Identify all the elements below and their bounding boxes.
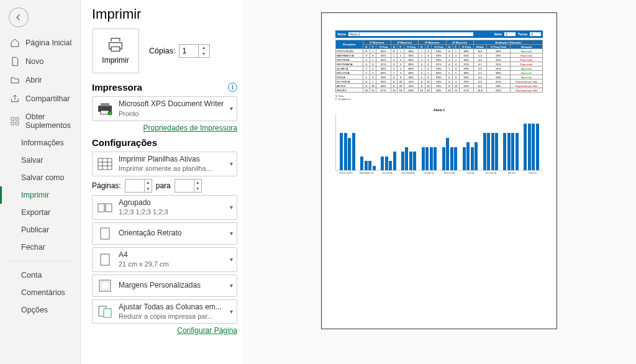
- document-icon: [10, 57, 20, 66]
- copies-spinner[interactable]: ▲▼: [179, 44, 210, 58]
- nav-publish[interactable]: Publicar: [0, 221, 80, 239]
- nav-label: Exportar: [21, 208, 50, 217]
- print-button[interactable]: Imprimir: [92, 29, 139, 73]
- margins-icon: [96, 278, 114, 294]
- back-button[interactable]: [9, 7, 29, 27]
- nav-label: Novo: [25, 57, 43, 66]
- paper-size-selector[interactable]: A421 cm x 29,7 cm ▾: [92, 247, 237, 272]
- svg-rect-8: [98, 158, 112, 170]
- spin-up[interactable]: ▲: [194, 180, 201, 186]
- portrait-icon: [96, 225, 114, 242]
- grades-table: Disciplina1º Bimestre2º Bimestre3º Bimes…: [335, 40, 543, 93]
- chart-title: Aluno 1: [335, 108, 543, 112]
- svg-rect-2: [11, 122, 14, 125]
- sheets-icon: [96, 156, 114, 172]
- chart-area: Aluno 1 PORTUGUÊSMATEMÁTICAHISTÓRIAGEOGR…: [335, 108, 543, 175]
- svg-rect-1: [16, 117, 19, 121]
- opt-line2: Reduzir a cópia impressa par...: [119, 312, 225, 321]
- print-button-label: Imprimir: [102, 56, 129, 65]
- nav-label: Página Inicial: [25, 39, 71, 47]
- spin-down[interactable]: ▼: [145, 186, 152, 192]
- nav-info[interactable]: Informações: [0, 134, 80, 152]
- page-title: Imprimir: [92, 6, 237, 22]
- chart-x-labels: PORTUGUÊSMATEMÁTICAHISTÓRIAGEOGRAFIAQUÍM…: [335, 172, 543, 175]
- printer-properties-link[interactable]: Propriedades de Impressora: [92, 124, 237, 132]
- nav-label: Abrir: [25, 76, 42, 84]
- serie-label: Série: [494, 32, 502, 36]
- preview-page: Aluno Aluno 1 Série 3 Turma A Disciplina…: [321, 12, 557, 329]
- collate-icon: [96, 199, 114, 216]
- pages-to-spinner[interactable]: ▲▼: [175, 179, 202, 193]
- printer-heading: Impressora: [92, 82, 142, 93]
- svg-rect-3: [16, 122, 19, 125]
- pages-from-input[interactable]: [125, 181, 144, 190]
- spin-up[interactable]: ▲: [199, 45, 208, 51]
- legend-line: F: Frequência: [335, 98, 543, 101]
- nav-label: Comentários: [21, 288, 65, 297]
- page-setup-link[interactable]: Configurar Página: [92, 326, 237, 335]
- printer-status: Pronto: [119, 109, 225, 118]
- back-arrow-icon: [14, 13, 23, 22]
- table-legend: N: Nota F: Frequência: [335, 94, 543, 101]
- pages-to-input[interactable]: [175, 181, 194, 190]
- settings-heading: Configurações: [92, 137, 157, 148]
- orientation-selector[interactable]: Orientação Retrato ▾: [92, 222, 237, 245]
- spin-up[interactable]: ▲: [145, 180, 152, 186]
- pages-to-label: para: [156, 181, 171, 190]
- chevron-down-icon: ▾: [230, 160, 233, 167]
- nav-label: Compartilhar: [25, 94, 70, 103]
- nav-close[interactable]: Fechar: [0, 239, 80, 256]
- nav-account[interactable]: Conta: [0, 266, 80, 284]
- nav-feedback[interactable]: Comentários: [0, 284, 80, 301]
- nav-saveas[interactable]: Salvar como: [0, 169, 80, 186]
- nav-save[interactable]: Salvar: [0, 152, 80, 169]
- chevron-down-icon: ▾: [230, 282, 233, 289]
- nav-label: Opções: [21, 306, 48, 314]
- page-icon: [96, 252, 114, 268]
- nav-label: Salvar como: [21, 173, 64, 182]
- printer-device-icon: [96, 101, 114, 117]
- backstage-sidebar: Página Inicial Novo Abrir Compartilhar O…: [0, 0, 81, 364]
- svg-rect-18: [101, 282, 109, 289]
- nav-label: Conta: [21, 271, 42, 280]
- nav-open[interactable]: Abrir: [0, 71, 80, 89]
- opt-line1: Margens Personalizadas: [119, 281, 225, 291]
- bar-chart: [335, 114, 543, 171]
- aluno-label: Aluno: [337, 32, 346, 36]
- nav-options[interactable]: Opções: [0, 301, 80, 319]
- nav-share[interactable]: Compartilhar: [0, 89, 80, 108]
- printer-selector[interactable]: Microsoft XPS Document Writer Pronto ▾: [92, 96, 237, 121]
- print-preview-area: Aluno Aluno 1 Série 3 Turma A Disciplina…: [242, 0, 636, 364]
- scaling-selector[interactable]: Ajustar Todas as Colunas em...Reduzir a …: [92, 299, 237, 324]
- spin-down[interactable]: ▼: [194, 186, 201, 192]
- nav-export[interactable]: Exportar: [0, 204, 80, 221]
- nav-new[interactable]: Novo: [0, 52, 80, 71]
- svg-rect-20: [104, 309, 111, 317]
- home-icon: [10, 38, 20, 48]
- collate-selector[interactable]: Agrupado1;2;3 1;2;3 1;2;3 ▾: [92, 195, 237, 220]
- print-settings-column: Imprimir Imprimir Cópias: ▲▼ Impressora …: [81, 0, 242, 364]
- printer-name: Microsoft XPS Document Writer: [119, 99, 225, 109]
- nav-home[interactable]: Página Inicial: [0, 34, 80, 52]
- pages-label: Páginas:: [92, 181, 121, 190]
- nav-label: Fechar: [21, 243, 45, 252]
- pages-from-spinner[interactable]: ▲▼: [125, 179, 152, 193]
- spin-down[interactable]: ▼: [199, 51, 208, 57]
- opt-line1: Agrupado: [119, 198, 225, 208]
- opt-line1: A4: [119, 250, 225, 260]
- nav-addins[interactable]: Obter Suplementos: [0, 108, 80, 134]
- margins-selector[interactable]: Margens Personalizadas ▾: [92, 275, 237, 297]
- sheet-header: Aluno Aluno 1 Série 3 Turma A: [335, 30, 543, 38]
- nav-label: Salvar: [21, 156, 43, 165]
- chevron-down-icon: ▾: [230, 230, 233, 237]
- info-icon[interactable]: i: [228, 83, 237, 92]
- print-what-selector[interactable]: Imprimir Planilhas AtivasImprimir soment…: [92, 152, 237, 176]
- aluno-value: Aluno 1: [348, 32, 473, 36]
- nav-label: Informações: [21, 139, 64, 147]
- turma-label: Turma: [518, 32, 527, 36]
- nav-print[interactable]: Imprimir: [0, 186, 80, 204]
- chevron-down-icon: ▾: [230, 105, 233, 112]
- svg-rect-16: [101, 254, 109, 265]
- copies-input[interactable]: [179, 47, 198, 55]
- addins-icon: [10, 116, 20, 126]
